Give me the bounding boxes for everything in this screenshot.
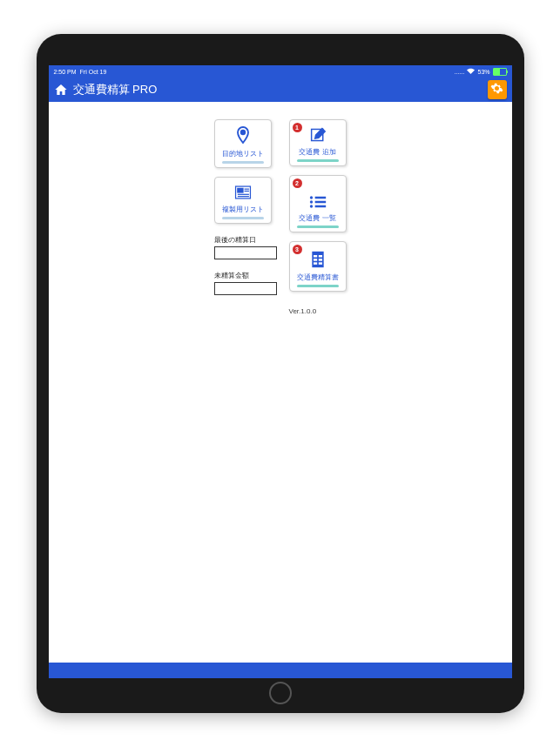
card-label: 複製用リスト <box>222 206 264 214</box>
card-label: 交通費 一覧 <box>299 215 335 223</box>
svg-point-8 <box>309 197 312 199</box>
svg-point-0 <box>240 131 245 135</box>
add-expense-button[interactable]: 1 交通費 追加 <box>289 119 347 166</box>
app-bar: 交通費精算 PRO <box>49 77 512 102</box>
svg-point-12 <box>309 205 312 208</box>
settings-button[interactable] <box>488 80 507 99</box>
bottom-bar <box>49 663 512 678</box>
status-dots: ...... <box>455 69 465 75</box>
last-date-label: 最後の精算日 <box>214 236 277 245</box>
status-battery: 53% <box>477 69 489 75</box>
card-label: 目的地リスト <box>222 151 264 158</box>
copy-list-button[interactable]: 複製用リスト <box>214 177 272 224</box>
spreadsheet-icon <box>310 251 326 272</box>
screen: 2:50 PM Fri Oct 19 ...... 53% <box>49 65 512 678</box>
pending-amount-input[interactable] <box>214 282 277 295</box>
svg-rect-9 <box>314 197 326 199</box>
card-accent <box>297 159 339 162</box>
svg-rect-18 <box>318 259 321 261</box>
card-label: 交通費精算書 <box>297 274 339 282</box>
gear-icon <box>490 82 503 98</box>
card-accent <box>297 225 339 228</box>
svg-rect-19 <box>314 263 317 266</box>
last-date-input[interactable] <box>214 246 277 259</box>
wifi-icon <box>467 68 475 75</box>
main-content: 目的地リスト 複製用リスト 最後の精算日 <box>49 102 512 333</box>
step-badge: 2 <box>293 178 302 188</box>
edit-icon <box>309 127 327 146</box>
card-accent <box>222 217 264 219</box>
list-icon <box>309 195 327 212</box>
status-date: Fri Oct 19 <box>80 69 107 75</box>
left-column: 目的地リスト 複製用リスト 最後の精算日 <box>214 119 277 315</box>
document-icon <box>234 185 252 204</box>
tablet-home-button[interactable] <box>269 682 292 704</box>
tablet-frame: 2:50 PM Fri Oct 19 ...... 53% <box>37 34 524 713</box>
svg-rect-13 <box>314 205 326 208</box>
status-time: 2:50 PM <box>54 69 77 75</box>
expense-report-button[interactable]: 3 交通費精算書 <box>289 241 347 292</box>
status-bar: 2:50 PM Fri Oct 19 ...... 53% <box>49 65 512 77</box>
page-title: 交通費精算 PRO <box>73 82 158 98</box>
destination-list-button[interactable]: 目的地リスト <box>214 119 272 168</box>
svg-rect-16 <box>318 255 321 258</box>
right-column: 1 交通費 追加 2 交通費 一覧 <box>289 119 347 315</box>
svg-point-10 <box>309 201 312 204</box>
card-accent <box>222 161 264 164</box>
svg-rect-15 <box>314 255 317 258</box>
step-badge: 3 <box>293 245 302 254</box>
version-label: Ver.1.0.0 <box>289 307 317 315</box>
pending-amount-group: 未精算金額 <box>214 272 277 295</box>
card-label: 交通費 追加 <box>299 149 335 157</box>
svg-rect-17 <box>314 259 317 261</box>
battery-icon <box>493 68 507 76</box>
pin-icon <box>235 125 251 148</box>
svg-rect-11 <box>314 201 326 204</box>
last-date-group: 最後の精算日 <box>214 236 277 259</box>
step-badge: 1 <box>293 123 302 132</box>
home-icon[interactable] <box>54 83 68 97</box>
svg-rect-20 <box>318 263 321 266</box>
expense-list-button[interactable]: 2 交通費 一覧 <box>289 175 347 232</box>
svg-rect-2 <box>237 188 242 192</box>
pending-amount-label: 未精算金額 <box>214 272 277 280</box>
card-accent <box>297 285 339 287</box>
